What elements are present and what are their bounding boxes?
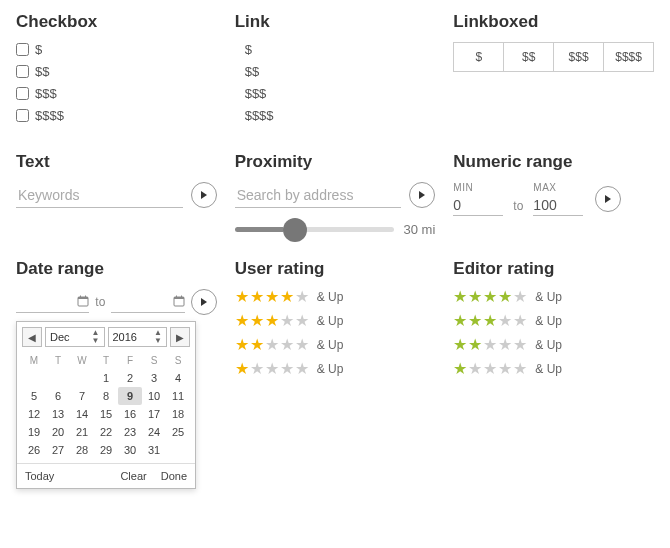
linkboxed-option[interactable]: $ — [454, 43, 504, 71]
calendar-day[interactable]: 8 — [94, 387, 118, 405]
calendar-day[interactable]: 17 — [142, 405, 166, 423]
calendar-day[interactable]: 25 — [166, 423, 190, 441]
today-button[interactable]: Today — [25, 470, 54, 482]
calendar-day[interactable]: 22 — [94, 423, 118, 441]
calendar-day[interactable]: 5 — [22, 387, 46, 405]
stars: ★★★★★ — [453, 361, 527, 377]
calendar-day[interactable]: 4 — [166, 369, 190, 387]
link-option[interactable]: $$$ — [235, 86, 436, 101]
calendar-icon[interactable] — [77, 295, 89, 310]
calendar-day[interactable]: 7 — [70, 387, 94, 405]
clear-button[interactable]: Clear — [120, 470, 146, 482]
calendar-day[interactable]: 18 — [166, 405, 190, 423]
checkbox-input[interactable] — [16, 109, 29, 122]
calendar-day[interactable]: 28 — [70, 441, 94, 459]
svg-rect-5 — [174, 297, 184, 299]
rating-option[interactable]: ★★★★★& Up — [453, 289, 654, 305]
calendar-day[interactable]: 16 — [118, 405, 142, 423]
rating-option[interactable]: ★★★★★& Up — [235, 337, 436, 353]
rating-option[interactable]: ★★★★★& Up — [235, 289, 436, 305]
calendar-day[interactable]: 14 — [70, 405, 94, 423]
calendar-day[interactable]: 31 — [142, 441, 166, 459]
distance-label: 30 mi — [404, 222, 436, 237]
max-input[interactable] — [533, 195, 583, 216]
calendar-day[interactable]: 10 — [142, 387, 166, 405]
checkbox-input[interactable] — [16, 43, 29, 56]
text-section: Text — [16, 152, 217, 237]
rating-suffix: & Up — [535, 290, 562, 304]
calendar-dow: W — [70, 352, 94, 369]
rating-option[interactable]: ★★★★★& Up — [453, 337, 654, 353]
svg-rect-3 — [85, 296, 86, 299]
star-icon: ★ — [265, 289, 279, 305]
calendar-day[interactable]: 13 — [46, 405, 70, 423]
star-icon: ★ — [250, 289, 264, 305]
calendar-day[interactable]: 26 — [22, 441, 46, 459]
calendar-day[interactable]: 30 — [118, 441, 142, 459]
calendar-day[interactable]: 27 — [46, 441, 70, 459]
slider-thumb[interactable] — [283, 218, 307, 242]
address-input[interactable] — [235, 183, 402, 208]
text-submit-button[interactable] — [191, 182, 217, 208]
calendar-day[interactable]: 19 — [22, 423, 46, 441]
link-option[interactable]: $ — [235, 42, 436, 57]
calendar-dow: T — [46, 352, 70, 369]
keywords-input[interactable] — [16, 183, 183, 208]
rating-option[interactable]: ★★★★★& Up — [235, 313, 436, 329]
rating-option[interactable]: ★★★★★& Up — [453, 361, 654, 377]
calendar-day[interactable]: 11 — [166, 387, 190, 405]
star-icon: ★ — [265, 361, 279, 377]
calendar-day[interactable]: 29 — [94, 441, 118, 459]
checkbox-option[interactable]: $$$ — [16, 86, 217, 101]
link-option[interactable]: $$$$ — [235, 108, 436, 123]
star-icon: ★ — [468, 313, 482, 329]
calendar-dow: T — [94, 352, 118, 369]
calendar-day[interactable]: 1 — [94, 369, 118, 387]
prev-month-button[interactable]: ◀ — [22, 327, 42, 347]
year-value: 2016 — [113, 331, 137, 343]
next-month-button[interactable]: ▶ — [170, 327, 190, 347]
year-select[interactable]: 2016 ▲▼ — [108, 327, 168, 347]
calendar-icon[interactable] — [173, 295, 185, 310]
calendar-dow: S — [166, 352, 190, 369]
checkbox-option[interactable]: $$$$ — [16, 108, 217, 123]
calendar-day[interactable]: 6 — [46, 387, 70, 405]
calendar-day[interactable]: 24 — [142, 423, 166, 441]
calendar-day[interactable]: 23 — [118, 423, 142, 441]
rating-suffix: & Up — [317, 362, 344, 376]
checkbox-option[interactable]: $$ — [16, 64, 217, 79]
rating-option[interactable]: ★★★★★& Up — [453, 313, 654, 329]
linkboxed-option[interactable]: $$ — [504, 43, 554, 71]
link-option[interactable]: $$ — [235, 64, 436, 79]
star-icon: ★ — [513, 337, 527, 353]
calendar-day[interactable]: 12 — [22, 405, 46, 423]
rating-suffix: & Up — [535, 338, 562, 352]
distance-slider[interactable]: 30 mi — [235, 222, 436, 237]
linkboxed-option[interactable]: $$$$ — [604, 43, 653, 71]
calendar-day[interactable]: 2 — [118, 369, 142, 387]
checkbox-section: Checkbox $$$$$$$$$$ — [16, 12, 217, 130]
linkboxed-option[interactable]: $$$ — [554, 43, 604, 71]
star-icon: ★ — [498, 361, 512, 377]
calendar-day[interactable]: 20 — [46, 423, 70, 441]
done-button[interactable]: Done — [161, 470, 187, 482]
checkbox-input[interactable] — [16, 65, 29, 78]
calendar-day[interactable]: 3 — [142, 369, 166, 387]
star-icon: ★ — [280, 337, 294, 353]
calendar-day[interactable]: 21 — [70, 423, 94, 441]
proximity-submit-button[interactable] — [409, 182, 435, 208]
month-select[interactable]: Dec ▲▼ — [45, 327, 105, 347]
svg-rect-6 — [176, 296, 177, 299]
calendar-day[interactable]: 9 — [118, 387, 142, 405]
calendar-grid: MTWTFSS 12345678910111213141516171819202… — [22, 352, 190, 459]
month-value: Dec — [50, 331, 70, 343]
star-icon: ★ — [250, 337, 264, 353]
calendar-day[interactable]: 15 — [94, 405, 118, 423]
star-icon: ★ — [468, 361, 482, 377]
daterange-submit-button[interactable] — [191, 289, 217, 315]
min-input[interactable] — [453, 195, 503, 216]
rating-option[interactable]: ★★★★★& Up — [235, 361, 436, 377]
numeric-submit-button[interactable] — [595, 186, 621, 212]
checkbox-input[interactable] — [16, 87, 29, 100]
checkbox-option[interactable]: $ — [16, 42, 217, 57]
